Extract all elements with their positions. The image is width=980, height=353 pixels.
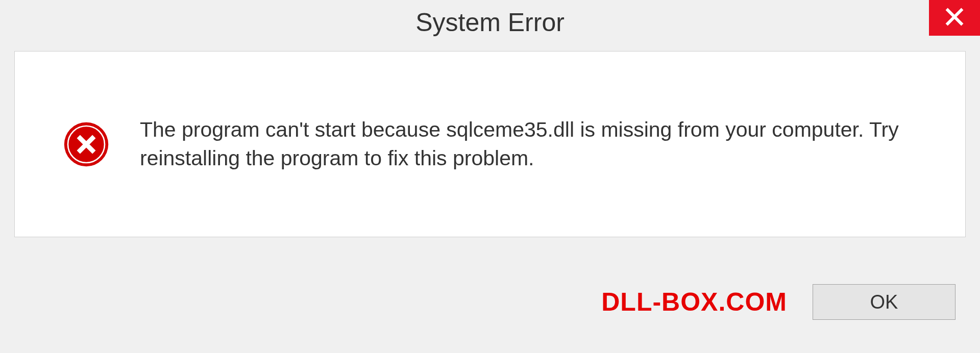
close-button[interactable] <box>929 0 980 36</box>
error-message: The program can't start because sqlceme3… <box>140 116 935 172</box>
close-icon <box>944 7 965 29</box>
footer-area: DLL-BOX.COM OK <box>0 251 980 353</box>
content-panel: The program can't start because sqlceme3… <box>14 51 966 237</box>
ok-button[interactable]: OK <box>813 284 955 320</box>
watermark-text: DLL-BOX.COM <box>601 287 787 317</box>
dialog-title: System Error <box>415 8 565 37</box>
error-icon <box>63 121 109 167</box>
